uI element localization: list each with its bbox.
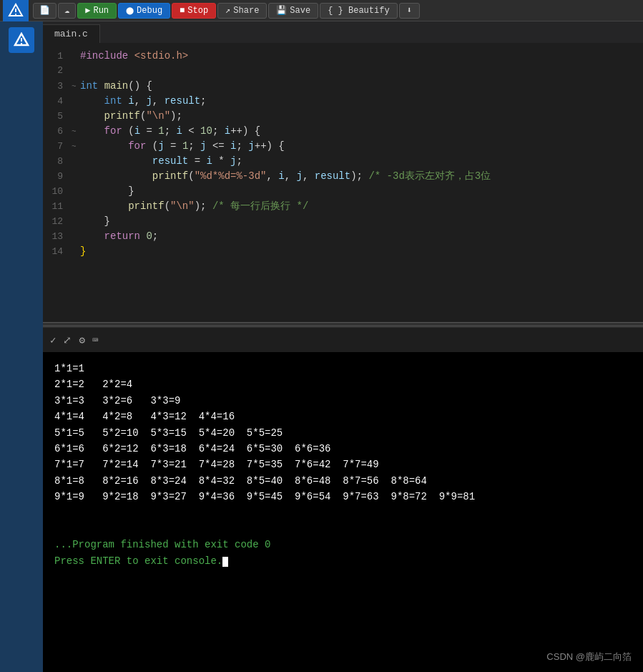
- terminal-icon[interactable]: ⌨: [92, 334, 98, 346]
- svg-point-2: [15, 14, 16, 15]
- code-line-2: 2: [43, 64, 643, 79]
- code-line-7: 7 ~ for (j = 1; j <= i; j++) {: [43, 139, 643, 154]
- debug-button[interactable]: ⬤ Debug: [118, 3, 170, 19]
- new-file-icon: 📄: [39, 5, 50, 16]
- console-output[interactable]: 1*1=1 2*1=2 2*2=4 3*1=3 3*2=6 3*3=9 4*1=…: [43, 352, 643, 672]
- console-finish-line: ...Program finished with exit code 0: [54, 537, 632, 552]
- code-line-3: 3 ~ int main() {: [43, 79, 643, 94]
- debug-icon: ⬤: [126, 6, 134, 15]
- beautify-label: { } Beautify: [328, 6, 389, 16]
- tab-label: main.c: [54, 29, 88, 39]
- console-line-8: 8*1=8 8*2=16 8*3=24 8*4=32 8*5=40 8*6=48…: [54, 473, 632, 489]
- stop-label: Stop: [187, 6, 208, 16]
- code-line-12: 12 }: [43, 214, 643, 229]
- console-press-enter: Press ENTER to exit console.: [54, 553, 632, 569]
- stop-button[interactable]: ■ Stop: [172, 3, 216, 19]
- console-line-5: 5*1=5 5*2=10 5*3=15 5*4=20 5*5=25: [54, 425, 632, 441]
- code-line-8: 8 result = i * j;: [43, 154, 643, 169]
- code-line-13: 13 return 0;: [43, 229, 643, 244]
- new-file-button[interactable]: 📄: [33, 3, 57, 19]
- code-line-11: 11 printf("\n"); /* 每一行后换行 */: [43, 199, 643, 214]
- console-cursor: [222, 557, 228, 567]
- upload-button[interactable]: ☁: [58, 3, 76, 19]
- sidebar: [0, 21, 43, 672]
- console-line-6: 6*1=6 6*2=12 6*3=18 6*4=24 6*5=30 6*6=36: [54, 441, 632, 457]
- save-icon: 💾: [276, 5, 287, 16]
- main-tab[interactable]: main.c: [43, 24, 100, 43]
- console-blank-2: [54, 521, 632, 537]
- stop-icon: ■: [180, 6, 185, 16]
- share-label: Share: [233, 6, 259, 16]
- save-button[interactable]: 💾 Save: [268, 3, 318, 19]
- main-container: main.c 1 #include <stdio.h> 2 3 ~ int ma…: [0, 21, 643, 672]
- editor-area: main.c 1 #include <stdio.h> 2 3 ~ int ma…: [43, 21, 643, 672]
- code-editor[interactable]: 1 #include <stdio.h> 2 3 ~ int main() { …: [43, 43, 643, 322]
- console-blank-1: [54, 505, 632, 521]
- console-line-9: 9*1=9 9*2=18 9*3=27 9*4=36 9*5=45 9*6=54…: [54, 489, 632, 505]
- console-line-2: 2*1=2 2*2=4: [54, 376, 632, 392]
- console-line-7: 7*1=7 7*2=14 7*3=21 7*4=28 7*5=35 7*6=42…: [54, 457, 632, 472]
- code-line-5: 5 printf("\n");: [43, 109, 643, 124]
- code-line-4: 4 int i, j, result;: [43, 94, 643, 109]
- console-line-1: 1*1=1: [54, 361, 632, 376]
- run-label: Run: [93, 6, 109, 16]
- expand-icon[interactable]: ⤢: [63, 334, 72, 346]
- sidebar-logo: [9, 27, 34, 53]
- console-toolbar: ✓ ⤢ ⚙ ⌨: [43, 326, 643, 352]
- code-line-9: 9 printf("%d*%d=%-3d", i, j, result); /*…: [43, 169, 643, 184]
- debug-label: Debug: [137, 6, 162, 16]
- tab-bar: main.c: [43, 21, 643, 43]
- settings-icon[interactable]: ⚙: [79, 334, 84, 346]
- save-label: Save: [290, 6, 310, 16]
- svg-point-5: [21, 43, 22, 44]
- code-line-10: 10 }: [43, 184, 643, 199]
- attribution: CSDN @鹿屿二向箔: [546, 651, 632, 663]
- console-line-4: 4*1=4 4*2=8 4*3=12 4*4=16: [54, 409, 632, 424]
- download-icon: ⬇: [407, 5, 412, 16]
- share-icon: ↗: [225, 5, 230, 16]
- download-button[interactable]: ⬇: [399, 3, 420, 19]
- run-icon: ▶: [85, 5, 90, 16]
- console-line-3: 3*1=3 3*2=6 3*3=9: [54, 393, 632, 409]
- code-line-6: 6 ~ for (i = 1; i < 10; i++) {: [43, 124, 643, 139]
- share-button[interactable]: ↗ Share: [217, 3, 267, 19]
- expand-down-icon[interactable]: ✓: [50, 334, 56, 346]
- logo: [3, 0, 29, 21]
- run-button[interactable]: ▶ Run: [77, 3, 117, 19]
- toolbar: 📄 ☁ ▶ Run ⬤ Debug ■ Stop ↗ Share 💾 Save …: [0, 0, 643, 21]
- code-line-14: 14 }: [43, 244, 643, 259]
- code-line-1: 1 #include <stdio.h>: [43, 49, 643, 64]
- beautify-button[interactable]: { } Beautify: [320, 3, 397, 19]
- upload-icon: ☁: [64, 5, 69, 16]
